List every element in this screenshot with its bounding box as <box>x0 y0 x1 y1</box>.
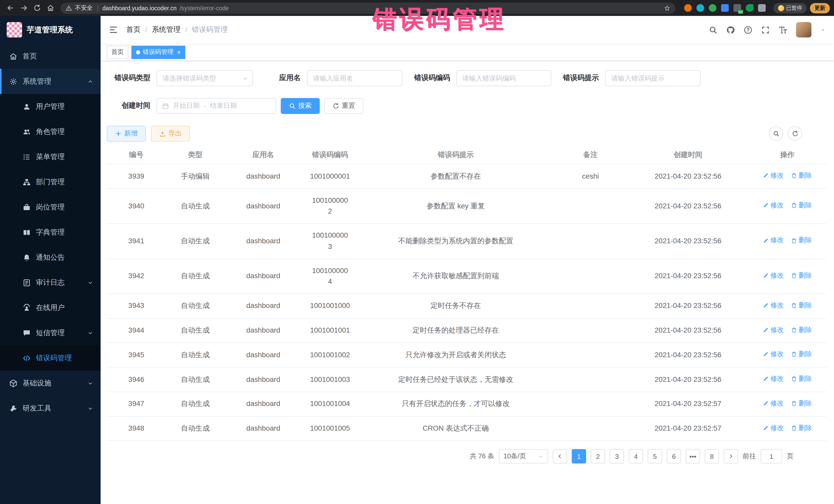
delete-link[interactable]: 删除 <box>791 170 812 181</box>
sidebar-item-2[interactable]: 用户管理 <box>0 94 101 119</box>
edit-link[interactable]: 修改 <box>763 398 784 409</box>
extension-icon[interactable] <box>684 4 692 12</box>
edit-link[interactable]: 修改 <box>763 423 784 433</box>
end-date-placeholder: 结束日期 <box>210 101 237 110</box>
delete-link[interactable]: 删除 <box>791 325 812 335</box>
cell-code: 1001001000 <box>302 294 358 319</box>
edit-link[interactable]: 修改 <box>763 325 784 335</box>
address-bar[interactable]: 不安全 dashboard.yudao.iocoder.cn/system/er… <box>61 2 675 14</box>
extension-icon[interactable] <box>758 4 766 12</box>
app-name-input[interactable] <box>307 70 402 86</box>
browser-back-button[interactable] <box>4 2 17 14</box>
error-code-input[interactable] <box>456 70 551 86</box>
breadcrumb-separator: / <box>185 26 187 34</box>
sidebar-item-7[interactable]: 字典管理 <box>0 220 101 245</box>
browser-home-button[interactable] <box>44 2 57 14</box>
delete-link[interactable]: 删除 <box>791 270 812 281</box>
gear-icon <box>9 77 18 85</box>
cell-time: 2021-04-20 23:52:56 <box>628 318 748 343</box>
edit-link[interactable]: 修改 <box>763 170 784 181</box>
sidebar-item-1[interactable]: 系统管理 <box>0 69 101 94</box>
delete-link[interactable]: 删除 <box>791 398 812 409</box>
browser-reload-button[interactable] <box>31 2 43 14</box>
error-type-select[interactable] <box>156 70 253 86</box>
fullscreen-icon[interactable] <box>761 25 770 34</box>
search-icon[interactable] <box>709 25 718 34</box>
browser-update-button[interactable]: 更新 <box>810 3 830 13</box>
refresh-table-button[interactable] <box>788 126 802 140</box>
cell-hint: 不能删除类型为系统内置的参数配置 <box>358 223 553 259</box>
extension-icon[interactable] <box>708 4 716 12</box>
sidebar-item-5[interactable]: 部门管理 <box>0 169 101 195</box>
pager-page-5[interactable]: 5 <box>648 450 662 464</box>
extensions-area: on <box>684 4 766 12</box>
close-icon[interactable]: × <box>177 48 181 56</box>
github-icon[interactable] <box>726 25 735 34</box>
search-button[interactable]: 搜索 <box>281 98 320 114</box>
export-button[interactable]: 导出 <box>151 126 190 141</box>
add-button[interactable]: 新增 <box>107 126 146 141</box>
prev-page-button[interactable] <box>553 450 567 464</box>
sidebar-item-3[interactable]: 角色管理 <box>0 119 101 144</box>
page-size-select[interactable]: 10条/页 <box>499 450 548 464</box>
pager-page-4[interactable]: 4 <box>629 450 643 464</box>
next-page-button[interactable] <box>724 450 738 464</box>
breadcrumb-item[interactable]: 系统管理 <box>152 25 181 35</box>
sidebar-item-4[interactable]: 菜单管理 <box>0 144 101 169</box>
delete-link[interactable]: 删除 <box>791 374 812 384</box>
sidebar-item-12[interactable]: 错误码管理 <box>0 345 101 371</box>
cell-code: 1001001002 <box>302 343 358 368</box>
sidebar-item-10[interactable]: 在线用户 <box>0 295 101 320</box>
sidebar-item-6[interactable]: 岗位管理 <box>0 195 101 220</box>
tab-1[interactable]: 错误码管理× <box>131 45 185 59</box>
delete-link[interactable]: 删除 <box>791 349 812 359</box>
pager-page-6[interactable]: 6 <box>667 450 681 464</box>
browser-forward-button[interactable] <box>18 2 30 14</box>
app-logo[interactable]: 芋道管理系统 <box>0 16 101 44</box>
extension-icon[interactable] <box>745 4 753 12</box>
error-hint-input[interactable] <box>605 70 701 86</box>
date-range-picker[interactable]: 开始日期 - 结束日期 <box>156 98 276 114</box>
edit-link[interactable]: 修改 <box>763 200 784 211</box>
delete-link[interactable]: 删除 <box>791 200 812 211</box>
edit-link[interactable]: 修改 <box>763 235 784 246</box>
sidebar-item-9[interactable]: 审计日志 <box>0 270 101 295</box>
goto-page-input[interactable] <box>761 450 782 464</box>
font-size-icon[interactable] <box>778 25 787 34</box>
pager-page-1[interactable]: 1 <box>572 450 586 464</box>
delete-link[interactable]: 删除 <box>791 300 812 310</box>
edit-link[interactable]: 修改 <box>763 300 784 310</box>
edit-link[interactable]: 修改 <box>763 349 784 359</box>
pager-ellipsis[interactable]: ••• <box>686 450 700 464</box>
reset-button[interactable]: 重置 <box>324 98 364 114</box>
pager-page-3[interactable]: 3 <box>610 450 624 464</box>
sidebar-item-0[interactable]: 首页 <box>0 44 101 69</box>
tab-active-dot <box>136 50 140 54</box>
help-icon[interactable] <box>744 25 752 34</box>
sidebar-item-11[interactable]: 短信管理 <box>0 320 101 345</box>
hamburger-icon[interactable] <box>101 25 126 35</box>
extension-icon[interactable]: on <box>733 4 741 12</box>
breadcrumb-item[interactable]: 首页 <box>126 25 140 35</box>
extension-icon[interactable] <box>721 4 728 12</box>
pager-page-2[interactable]: 2 <box>591 450 605 464</box>
bookmark-star-icon[interactable] <box>664 5 670 11</box>
cell-hint: 只有开启状态的任务，才可以修改 <box>358 392 553 416</box>
edit-link[interactable]: 修改 <box>763 374 784 384</box>
sidebar-item-8[interactable]: 通知公告 <box>0 245 101 270</box>
error-type-input[interactable] <box>156 70 253 86</box>
delete-link[interactable]: 删除 <box>791 235 812 246</box>
extension-icon[interactable] <box>696 4 704 12</box>
edit-link[interactable]: 修改 <box>763 270 784 281</box>
delete-link[interactable]: 删除 <box>791 423 812 433</box>
sidebar-item-13[interactable]: 基础设施 <box>0 371 101 396</box>
chevron-down-icon[interactable] <box>820 27 826 32</box>
cell-app: dashboard <box>225 343 302 368</box>
user-avatar[interactable] <box>796 22 811 38</box>
toggle-search-button[interactable] <box>769 126 783 140</box>
profile-paused-pill[interactable]: 已暂停 <box>773 3 807 13</box>
cell-time: 2021-04-20 23:52:56 <box>628 294 748 319</box>
sidebar-item-14[interactable]: 研发工具 <box>0 396 101 421</box>
pager-page-8[interactable]: 8 <box>705 450 719 464</box>
tab-0[interactable]: 首页 <box>107 45 128 59</box>
